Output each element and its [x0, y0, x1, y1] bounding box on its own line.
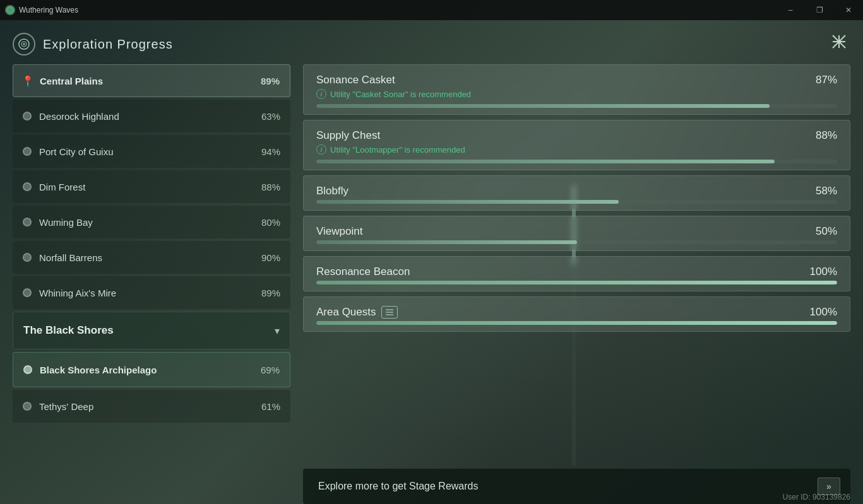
card-header: Blobfly 58%: [316, 185, 837, 197]
region-list-panel: 📍 Central Plains 89% Desorock Highland 6…: [13, 64, 290, 479]
region-item-wuming-bay[interactable]: Wuming Bay 80%: [13, 206, 290, 238]
region-pct: 89%: [261, 76, 280, 86]
region-dot: [23, 112, 32, 120]
region-pct: 88%: [261, 182, 280, 192]
progress-card-blobfly: Blobfly 58%: [303, 175, 850, 211]
region-item-guixu[interactable]: Port City of Guixu 94%: [13, 135, 290, 168]
card-pct: 100%: [810, 306, 837, 319]
svg-point-3: [23, 44, 25, 45]
region-name: Central Plains: [40, 76, 261, 86]
progress-card-viewpoint: Viewpoint 50%: [303, 216, 850, 251]
stage-rewards-text: Explore more to get Stage Rewards: [318, 481, 478, 492]
card-title: Area Quests: [316, 306, 376, 319]
region-pct: 63%: [261, 111, 280, 122]
region-item-desorock[interactable]: Desorock Highland 63%: [13, 100, 290, 132]
region-pct: 94%: [261, 146, 280, 157]
hint-text: Utility "Casket Sonar" is recommended: [330, 90, 471, 99]
progress-bar-bg: [316, 240, 837, 244]
progress-bar-fill: [316, 321, 837, 325]
region-group-black-shores[interactable]: The Black Shores ▾: [13, 312, 290, 349]
region-name: Desorock Highland: [39, 111, 261, 122]
card-header: Viewpoint 50%: [316, 225, 837, 238]
progress-bar-fill: [316, 104, 770, 108]
region-pct: 89%: [261, 288, 280, 298]
minimize-button[interactable]: –: [776, 0, 805, 20]
card-header: Supply Chest 88%: [316, 129, 837, 142]
page-header: Exploration Progress: [13, 33, 173, 56]
region-dot: [23, 253, 32, 262]
region-name: Black Shores Archipelago: [40, 365, 261, 375]
chevron-down-icon: ▾: [275, 325, 280, 337]
card-title: Resonance Beacon: [316, 266, 410, 278]
progress-card-area-quests: Area Quests 100%: [303, 296, 850, 332]
region-dot: [23, 365, 32, 374]
region-name: Dim Forest: [39, 182, 261, 192]
card-header: Area Quests 100%: [316, 306, 837, 319]
region-dot: [23, 218, 32, 226]
region-list: 📍 Central Plains 89% Desorock Highland 6…: [13, 64, 290, 423]
region-group-name: The Black Shores: [23, 324, 270, 337]
region-dot: [23, 402, 32, 411]
region-name: Port City of Guixu: [39, 146, 261, 157]
region-item-central-plains[interactable]: 📍 Central Plains 89%: [13, 64, 290, 97]
window-controls: – ❐ ✕: [776, 0, 863, 20]
region-name: Wuming Bay: [39, 217, 261, 228]
progress-card-sonance-casket: Sonance Casket 87% i Utility "Casket Son…: [303, 64, 850, 115]
card-pct: 88%: [816, 129, 837, 142]
region-item-norfall[interactable]: Norfall Barrens 90%: [13, 241, 290, 274]
region-item-dim-forest[interactable]: Dim Forest 88%: [13, 170, 290, 203]
main-content: Exploration Progress 📍 Central Plains 89…: [0, 20, 863, 504]
card-pct: 87%: [816, 74, 837, 86]
region-pct: 90%: [261, 252, 280, 263]
progress-panel: Sonance Casket 87% i Utility "Casket Son…: [303, 64, 850, 466]
card-title: Supply Chest: [316, 129, 380, 142]
app-icon: [5, 5, 15, 15]
svg-point-0: [7, 7, 13, 13]
arrows-icon: »: [826, 481, 831, 491]
progress-bar-bg: [316, 321, 837, 325]
card-hint: i Utility "Casket Sonar" is recommended: [316, 89, 837, 99]
card-header: Sonance Casket 87%: [316, 74, 837, 86]
titlebar: Wuthering Waves – ❐ ✕: [0, 0, 863, 20]
app-logo: [13, 33, 35, 56]
card-hint: i Utility "Lootmapper" is recommended: [316, 144, 837, 155]
region-dot: [23, 182, 32, 191]
progress-bar-fill: [316, 281, 837, 284]
info-icon: i: [316, 144, 326, 155]
region-pct: 69%: [261, 365, 280, 375]
info-icon: i: [316, 89, 326, 99]
region-pct: 61%: [261, 401, 280, 412]
progress-bar-bg: [316, 200, 837, 204]
hint-text: Utility "Lootmapper" is recommended: [330, 145, 465, 155]
region-item-black-shores-archipelago[interactable]: Black Shores Archipelago 69%: [13, 352, 290, 387]
card-pct: 100%: [810, 266, 837, 278]
card-title: Viewpoint: [316, 225, 362, 238]
restore-button[interactable]: ❐: [805, 0, 834, 20]
map-pin-icon: 📍: [23, 76, 32, 85]
user-id: User ID: 903139826: [783, 493, 850, 501]
progress-card-supply-chest: Supply Chest 88% i Utility "Lootmapper" …: [303, 120, 850, 170]
region-name: Tethys' Deep: [39, 401, 261, 412]
card-title: Sonance Casket: [316, 74, 395, 86]
window-title: Wuthering Waves: [19, 6, 776, 15]
progress-bar-bg: [316, 160, 837, 163]
region-item-tethys-deep[interactable]: Tethys' Deep 61%: [13, 390, 290, 423]
card-header: Resonance Beacon 100%: [316, 266, 837, 278]
region-name: Norfall Barrens: [39, 252, 261, 263]
close-overlay-icon[interactable]: [828, 30, 850, 53]
region-pct: 80%: [261, 217, 280, 228]
region-dot: [23, 147, 32, 156]
close-button[interactable]: ✕: [834, 0, 863, 20]
stage-rewards-bar[interactable]: Explore more to get Stage Rewards »: [303, 469, 850, 504]
page-title: Exploration Progress: [43, 37, 173, 52]
region-item-whining-aix[interactable]: Whining Aix's Mire 89%: [13, 276, 290, 309]
card-title: Blobfly: [316, 185, 348, 197]
area-quests-list-icon[interactable]: [381, 306, 398, 319]
region-name: Whining Aix's Mire: [39, 288, 261, 298]
progress-bar-fill: [316, 160, 775, 163]
progress-bar-bg: [316, 281, 837, 284]
progress-bar-fill: [316, 200, 619, 204]
region-dot: [23, 288, 32, 297]
card-pct: 50%: [816, 225, 837, 238]
progress-bar-fill: [316, 240, 577, 244]
